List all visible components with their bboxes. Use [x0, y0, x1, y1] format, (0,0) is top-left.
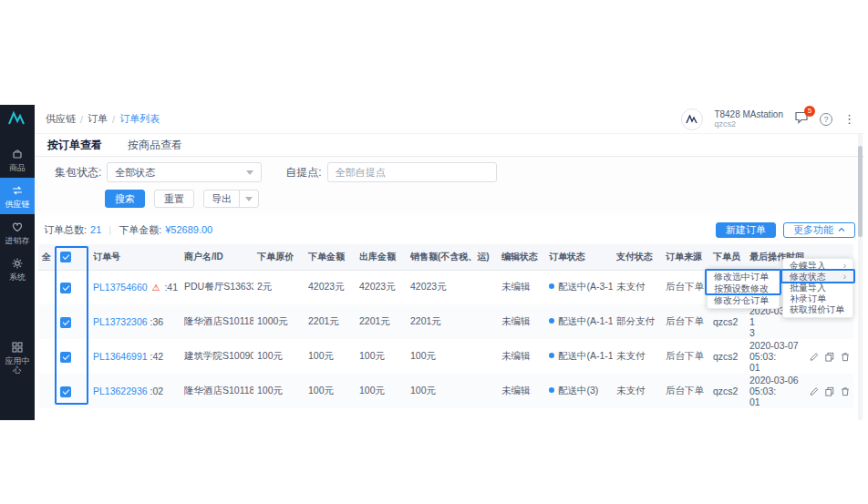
summary-actions: 新建订单 更多功能	[716, 222, 855, 238]
more-actions-menu: 金蝶导入› 修改状态› 批量导入 补录订单 获取报价订单	[782, 258, 853, 318]
outbound-amount-cell: 100元	[356, 339, 407, 374]
sidebar-item-system[interactable]: 系统	[0, 251, 35, 287]
order-link[interactable]: PL13732306	[93, 316, 148, 327]
menu-item-supplement-order[interactable]: 补录订单	[783, 293, 852, 304]
export-dropdown-trigger[interactable]	[239, 190, 258, 207]
sales-cell: 2201元	[407, 304, 498, 339]
avatar[interactable]	[681, 108, 703, 130]
copy-icon[interactable]	[825, 386, 834, 396]
order-time-suffix: :42	[150, 351, 163, 362]
submenu-item-modify-selected[interactable]: 修改选中订单	[708, 271, 779, 283]
table-row: PL13732306 :36 隆华酒店S101184 1000元 2201元 2…	[38, 304, 853, 339]
order-status-cell: 配送中(3)	[545, 374, 613, 408]
sidebar-item-app-center[interactable]: 应用中心	[0, 334, 35, 380]
submenu-item-modify-split-warehouse[interactable]: 修改分仓订单	[708, 294, 779, 306]
row-actions	[810, 386, 850, 396]
brand-logo[interactable]	[0, 105, 35, 132]
last-modified-cell: 2020-03-06 05:03:01	[746, 374, 806, 408]
original-price-cell: 2元	[253, 270, 305, 304]
pickup-point-label: 自提点:	[285, 165, 321, 180]
order-source-cell: 后台下单	[662, 374, 709, 408]
help-icon[interactable]: ?	[820, 113, 832, 126]
pay-status-cell: 未支付	[613, 270, 662, 304]
menu-item-fetch-quote-orders[interactable]: 获取报价订单	[783, 304, 852, 315]
package-status-value: 全部状态	[115, 166, 155, 180]
outbound-amount-cell: 100元	[356, 374, 407, 408]
search-button[interactable]: 搜索	[105, 190, 145, 208]
account-info[interactable]: T8428 MAstation qzcs2	[714, 109, 783, 129]
more-menu-icon[interactable]: ⋮	[843, 112, 855, 126]
new-order-button[interactable]: 新建订单	[716, 222, 776, 238]
col-edit-status: 编辑状态	[498, 244, 545, 270]
status-dot	[549, 318, 554, 324]
select-all-checkbox[interactable]	[60, 252, 71, 262]
row-checkbox[interactable]	[60, 283, 71, 293]
breadcrumb-supply-chain[interactable]: 供应链	[46, 112, 76, 126]
order-status-cell: 配送中(A-1-1)	[545, 339, 613, 374]
sidebar-item-products[interactable]: 商品	[0, 141, 35, 178]
col-pay-status: 支付状态	[613, 244, 662, 270]
col-order-source: 订单来源	[662, 244, 709, 270]
operator-cell: qzcs2	[709, 339, 746, 374]
table-row: PL13622936 :02 隆华酒店S101184 100元 100元 100…	[38, 374, 853, 408]
delete-icon[interactable]	[841, 386, 850, 396]
scrollbar-thumb[interactable]	[858, 146, 863, 237]
export-label[interactable]: 导出	[204, 190, 239, 207]
pickup-point-input[interactable]: 全部自提点	[327, 162, 497, 182]
delete-icon[interactable]	[841, 352, 850, 362]
message-button[interactable]: 5	[794, 110, 809, 128]
tab-by-order[interactable]: 按订单查看	[47, 138, 102, 153]
edit-status-cell: 未编辑	[498, 304, 545, 339]
submenu-item-modify-by-preset[interactable]: 按预设数修改	[708, 283, 779, 294]
summary-row: 订单总数: 21 | 下单金额: ¥52689.00 新建订单 更多功能	[38, 221, 861, 239]
order-link[interactable]: PL13754660	[93, 282, 148, 293]
row-actions	[810, 352, 850, 362]
export-button: 导出	[203, 190, 259, 208]
heart-icon	[11, 221, 24, 233]
more-actions-button[interactable]: 更多功能	[783, 222, 855, 238]
order-link[interactable]: PL13622936	[93, 386, 148, 396]
edit-icon[interactable]	[810, 352, 819, 362]
breadcrumb: 供应链 / 订单 / 订单列表	[46, 112, 160, 126]
menu-item-modify-status[interactable]: 修改状态›	[783, 272, 852, 283]
sidebar-item-label: 系统	[6, 273, 28, 282]
last-modified-cell: 2020-03-07 05:03:01	[746, 339, 806, 374]
merchant-cell: 建筑学院S100901	[181, 339, 253, 374]
order-amount-value: ¥52689.00	[165, 224, 212, 235]
breadcrumb-orders[interactable]: 订单	[88, 112, 108, 126]
package-status-select[interactable]: 全部状态	[107, 162, 262, 182]
submenu-arrow-icon: ›	[843, 272, 846, 283]
notification-badge: 5	[804, 106, 815, 117]
order-link[interactable]: PL13646991	[93, 351, 148, 362]
outbound-amount-cell: 2201元	[356, 304, 407, 339]
merchant-cell: 隆华酒店S101184	[181, 304, 253, 339]
order-count-value: 21	[90, 224, 101, 235]
edit-icon[interactable]	[810, 386, 819, 396]
order-count-label: 订单总数:	[44, 223, 87, 237]
pay-status-cell: 未支付	[613, 339, 662, 374]
copy-icon[interactable]	[825, 352, 834, 362]
order-amount-cell: 100元	[305, 339, 356, 374]
reset-button[interactable]: 重置	[154, 190, 194, 208]
tab-by-product[interactable]: 按商品查看	[128, 138, 182, 153]
row-checkbox[interactable]	[60, 352, 71, 363]
outbound-amount-cell: 42023元	[356, 270, 407, 304]
pickup-point-value: 全部自提点	[336, 166, 386, 180]
sidebar-item-supply-chain[interactable]: 供应链	[0, 178, 35, 214]
menu-item-batch-import[interactable]: 批量导入	[783, 283, 852, 293]
supply-chain-icon	[11, 184, 24, 197]
select-all-label: 全	[38, 244, 57, 270]
warning-icon: ⚠	[151, 283, 160, 293]
pay-status-cell: 部分支付	[613, 304, 662, 339]
submenu-arrow-icon: ›	[843, 261, 846, 272]
row-checkbox[interactable]	[60, 386, 71, 397]
sidebar-item-inventory[interactable]: 进销存	[0, 214, 35, 251]
col-merchant: 商户名/ID	[181, 244, 253, 270]
screenshot-canvas: 商品 供应链 进销存 系统	[0, 0, 868, 504]
menu-item-kingdee-import[interactable]: 金蝶导入›	[783, 261, 852, 272]
gear-icon	[11, 257, 24, 270]
row-checkbox[interactable]	[60, 317, 71, 328]
chevron-up-icon	[838, 227, 845, 232]
order-amount-cell: 100元	[305, 374, 356, 408]
content-area: 订单总数: 21 | 下单金额: ¥52689.00 新建订单 更多功能	[35, 215, 864, 420]
